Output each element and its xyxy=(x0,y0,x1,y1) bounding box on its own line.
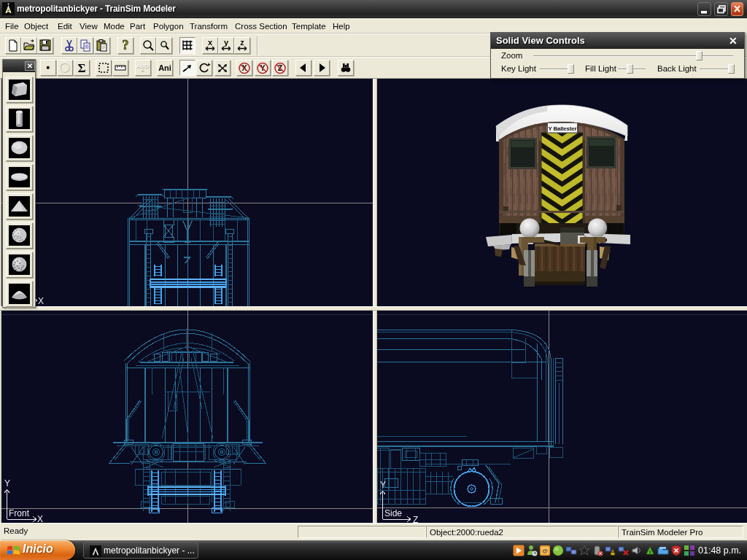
svg-text:X: X xyxy=(38,296,44,306)
svg-text:ADD: ADD xyxy=(136,63,150,69)
svg-text:?: ? xyxy=(123,38,129,52)
svg-text:Y Ballester: Y Ballester xyxy=(548,125,576,132)
svg-text:Front: Front xyxy=(9,508,30,518)
svg-text:Y: Y xyxy=(380,480,386,490)
svg-text:Y: Y xyxy=(4,478,10,489)
svg-text:x: x xyxy=(208,38,213,47)
svg-text:z: z xyxy=(240,38,244,47)
svg-text:Σ: Σ xyxy=(77,61,85,75)
svg-text:y: y xyxy=(224,38,229,47)
svg-text:Ani: Ani xyxy=(158,63,171,72)
svg-text:Side: Side xyxy=(384,508,402,518)
svg-text:@: @ xyxy=(542,548,548,554)
